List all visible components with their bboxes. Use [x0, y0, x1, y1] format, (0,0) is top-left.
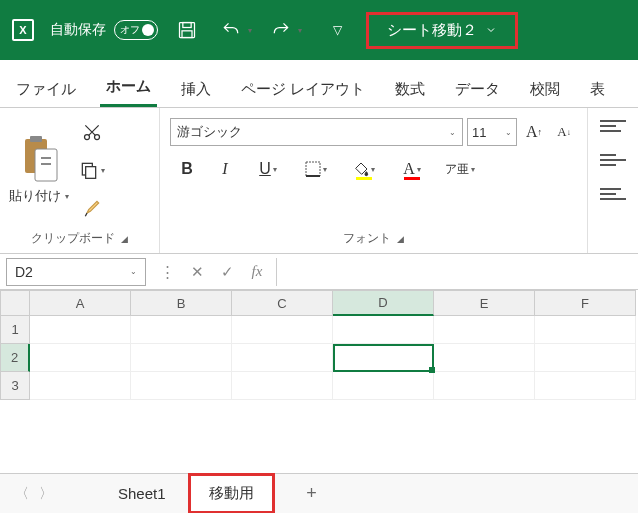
redo-button[interactable]: [266, 15, 296, 45]
svg-rect-11: [86, 167, 96, 179]
undo-dropdown-icon[interactable]: ▾: [248, 26, 252, 35]
cell[interactable]: [434, 344, 535, 372]
svg-rect-4: [30, 136, 42, 142]
column-header[interactable]: C: [232, 290, 333, 316]
cell[interactable]: [131, 316, 232, 344]
sheet-tab-bar: 〈 〉 Sheet1 移動用 +: [0, 473, 638, 513]
tab-formulas[interactable]: 数式: [389, 80, 431, 107]
save-icon[interactable]: [172, 15, 202, 45]
cell[interactable]: [434, 316, 535, 344]
column-header[interactable]: B: [131, 290, 232, 316]
cell[interactable]: [131, 372, 232, 400]
tab-file[interactable]: ファイル: [10, 80, 82, 107]
select-all-corner[interactable]: [0, 290, 30, 316]
ribbon: 貼り付け▾ ▾ クリップボード◢ 游ゴシック⌄ 11⌄ A↑ A↓ B I U▾…: [0, 108, 638, 254]
cut-button[interactable]: [74, 118, 110, 146]
cell[interactable]: [232, 316, 333, 344]
tab-view[interactable]: 表: [584, 80, 611, 107]
tab-review[interactable]: 校閲: [524, 80, 566, 107]
formula-bar: D2⌄ ⋮ ✕ ✓ fx: [0, 254, 638, 290]
row-header[interactable]: 3: [0, 372, 30, 400]
svg-rect-2: [182, 31, 192, 38]
undo-button[interactable]: [216, 15, 246, 45]
format-painter-button[interactable]: [74, 194, 110, 222]
bold-button[interactable]: B: [170, 154, 204, 184]
chevron-down-icon: ▾: [65, 192, 69, 201]
cell[interactable]: [232, 372, 333, 400]
group-font: 游ゴシック⌄ 11⌄ A↑ A↓ B I U▾ ▾ ▾ A▾ ア亜▾ フォント◢: [160, 108, 588, 253]
bucket-icon: [353, 161, 369, 177]
cell[interactable]: [333, 316, 434, 344]
add-sheet-button[interactable]: +: [297, 483, 327, 504]
scissors-icon: [82, 122, 102, 142]
column-header[interactable]: A: [30, 290, 131, 316]
chevron-down-icon: ⌄: [505, 128, 512, 137]
align-top-button[interactable]: [600, 120, 626, 140]
cancel-icon[interactable]: ✕: [182, 258, 212, 286]
enter-icon[interactable]: ✓: [212, 258, 242, 286]
cell[interactable]: [232, 344, 333, 372]
font-color-button[interactable]: A▾: [390, 154, 434, 184]
tab-insert[interactable]: 挿入: [175, 80, 217, 107]
more-icon[interactable]: ⋮: [152, 258, 182, 286]
cell[interactable]: [30, 372, 131, 400]
fill-color-button[interactable]: ▾: [342, 154, 386, 184]
underline-button[interactable]: U▾: [246, 154, 290, 184]
dialog-launcher-icon[interactable]: ◢: [397, 234, 404, 244]
fx-button[interactable]: fx: [242, 258, 272, 286]
font-name-select[interactable]: 游ゴシック⌄: [170, 118, 463, 146]
paste-button[interactable]: 貼り付け▾: [4, 114, 74, 226]
clipboard-group-label: クリップボード: [31, 230, 115, 247]
row-header[interactable]: 2: [0, 344, 30, 372]
border-button[interactable]: ▾: [294, 154, 338, 184]
formula-input[interactable]: [276, 258, 638, 286]
cell[interactable]: [333, 372, 434, 400]
autosave-switch[interactable]: オフ: [114, 20, 158, 40]
tab-home[interactable]: ホーム: [100, 77, 157, 107]
group-clipboard: 貼り付け▾ ▾ クリップボード◢: [0, 108, 160, 253]
sheet-tab[interactable]: Sheet1: [100, 477, 184, 510]
column-header[interactable]: F: [535, 290, 636, 316]
svg-rect-6: [41, 157, 51, 159]
cell[interactable]: [30, 316, 131, 344]
cell[interactable]: [535, 316, 636, 344]
decrease-font-button[interactable]: A↓: [551, 119, 577, 145]
autosave-label: 自動保存: [50, 21, 106, 39]
cell[interactable]: [30, 344, 131, 372]
macro-dropdown[interactable]: シート移動２: [366, 12, 518, 49]
font-size-select[interactable]: 11⌄: [467, 118, 517, 146]
border-icon: [305, 161, 321, 177]
name-box[interactable]: D2⌄: [6, 258, 146, 286]
align-middle-button[interactable]: [600, 154, 626, 174]
dialog-launcher-icon[interactable]: ◢: [121, 234, 128, 244]
worksheet-grid: ABCDEF 123: [0, 290, 638, 400]
sheet-tab-active[interactable]: 移動用: [188, 473, 275, 513]
macro-name: シート移動２: [387, 21, 477, 40]
group-alignment: [588, 108, 638, 253]
excel-icon: X: [12, 19, 34, 41]
cell[interactable]: [535, 372, 636, 400]
cell[interactable]: [131, 344, 232, 372]
sheet-nav-next[interactable]: 〉: [34, 485, 58, 503]
cell[interactable]: [535, 344, 636, 372]
cell[interactable]: [333, 344, 434, 372]
column-header[interactable]: D: [333, 290, 434, 316]
autosave-toggle[interactable]: 自動保存 オフ: [50, 20, 158, 40]
row-header[interactable]: 1: [0, 316, 30, 344]
sheet-nav-prev[interactable]: 〈: [10, 485, 34, 503]
clipboard-icon: [19, 135, 59, 183]
cell[interactable]: [434, 372, 535, 400]
copy-icon: [79, 160, 99, 180]
tab-data[interactable]: データ: [449, 80, 506, 107]
chevron-down-icon: [485, 24, 497, 36]
italic-button[interactable]: I: [208, 154, 242, 184]
customize-qat-icon[interactable]: ▽: [322, 15, 352, 45]
tab-page-layout[interactable]: ページ レイアウト: [235, 80, 371, 107]
increase-font-button[interactable]: A↑: [521, 119, 547, 145]
phonetic-button[interactable]: ア亜▾: [438, 154, 482, 184]
copy-button[interactable]: ▾: [74, 156, 110, 184]
column-header[interactable]: E: [434, 290, 535, 316]
align-bottom-button[interactable]: [600, 188, 626, 208]
redo-dropdown-icon[interactable]: ▾: [298, 26, 302, 35]
paintbrush-icon: [82, 198, 102, 218]
